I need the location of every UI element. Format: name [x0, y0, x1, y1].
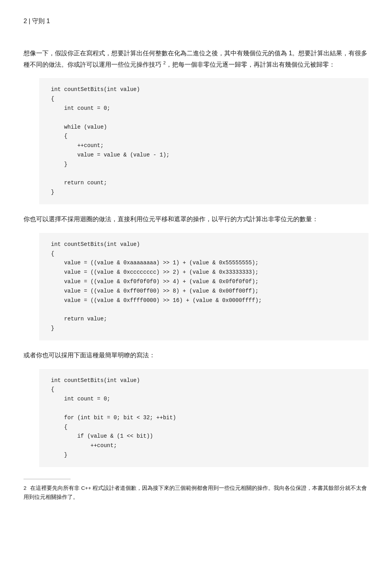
footnote-text: 在這裡要先向所有非 C++ 程式設計者道個歉，因為接下來的三個範例都會用到一些位…: [24, 485, 367, 500]
code-block-1: int countSetBits(int value) { int count …: [39, 78, 368, 204]
page-header: 2 | 守則 1: [24, 16, 368, 26]
paragraph-3: 或者你也可以採用下面這種最簡單明瞭的寫法：: [24, 350, 368, 361]
footnote-number: 2: [24, 485, 27, 491]
code-block-3: int countSetBits(int value) { int count …: [39, 369, 368, 467]
footnote: 2 在這裡要先向所有非 C++ 程式設計者道個歉，因為接下來的三個範例都會用到一…: [24, 484, 368, 502]
code-block-2: int countSetBits(int value) { value = ((…: [39, 233, 368, 340]
header-text: 2 | 守則 1: [24, 18, 50, 24]
paragraph-2: 你也可以選擇不採用迴圈的做法，直接利用位元平移和遮罩的操作，以平行的方式計算出非…: [24, 214, 368, 225]
footnote-divider: [24, 479, 71, 479]
paragraph-1: 想像一下，假設你正在寫程式，想要計算出任何整數在化為二進位之後，其中有幾個位元的…: [24, 48, 368, 71]
